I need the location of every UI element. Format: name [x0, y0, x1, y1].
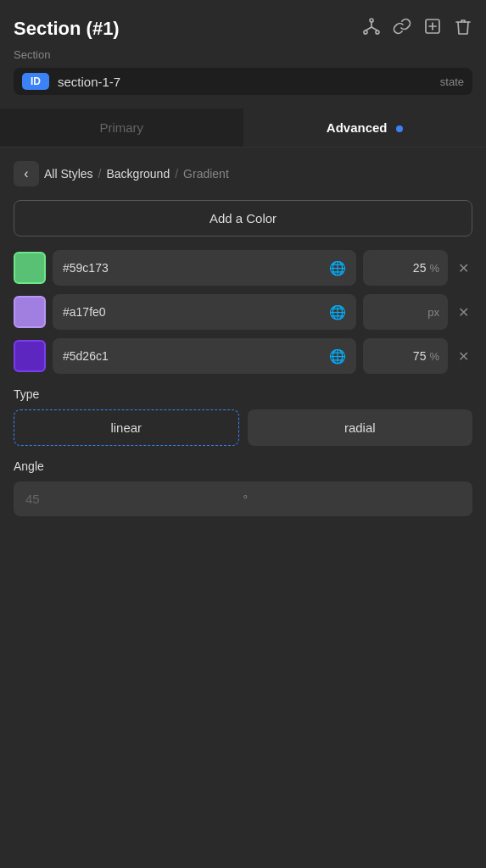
color-row-2: #a17fe0 🌐 px ✕ — [14, 294, 472, 330]
id-row: ID section-1-7 state — [14, 68, 472, 95]
main-content: ‹ All Styles / Background / Gradient Add… — [0, 147, 486, 530]
link-icon[interactable] — [393, 17, 411, 40]
color-hex-value-1: #59c173 — [63, 261, 322, 275]
globe-icon-3[interactable]: 🌐 — [329, 348, 346, 364]
tab-primary[interactable]: Primary — [0, 108, 243, 147]
svg-line-4 — [366, 27, 371, 31]
color-row-1: #59c173 🌐 25 % ✕ — [14, 250, 472, 286]
delete-icon[interactable] — [454, 17, 472, 40]
angle-label: Angle — [14, 459, 472, 473]
color-unit-2: px — [427, 306, 439, 319]
color-value-box-1[interactable]: 25 % — [363, 250, 448, 286]
color-swatch-1[interactable] — [14, 252, 46, 284]
angle-placeholder: 45 — [25, 492, 243, 506]
header-actions — [362, 17, 472, 40]
color-hex-value-3: #5d26c1 — [63, 349, 322, 363]
add-frame-icon[interactable] — [423, 17, 442, 40]
color-value-box-2[interactable]: px — [363, 294, 448, 330]
page-title: Section (#1) — [14, 18, 120, 40]
color-hex-box-1[interactable]: #59c173 🌐 — [53, 250, 356, 286]
color-value-box-3[interactable]: 75 % — [363, 338, 448, 374]
angle-unit: ° — [243, 492, 461, 506]
angle-input-box[interactable]: 45 ° — [14, 481, 472, 516]
color-swatch-3[interactable] — [14, 340, 46, 372]
breadcrumb-gradient: Gradient — [183, 167, 229, 181]
color-swatch-2[interactable] — [14, 296, 46, 328]
type-options: linear radial — [14, 409, 472, 446]
tab-active-indicator — [396, 125, 403, 132]
color-position-1: 25 — [371, 261, 426, 275]
remove-color-2[interactable]: ✕ — [455, 301, 472, 324]
tab-bar: Primary Advanced — [0, 108, 486, 147]
color-unit-3: % — [429, 350, 439, 363]
breadcrumb-background[interactable]: Background — [106, 167, 170, 181]
id-value[interactable]: section-1-7 — [58, 75, 432, 89]
type-radial-button[interactable]: radial — [248, 409, 473, 446]
color-row-3: #5d26c1 🌐 75 % ✕ — [14, 338, 472, 374]
header: Section (#1) — [0, 0, 486, 47]
globe-icon-2[interactable]: 🌐 — [329, 304, 346, 320]
type-linear-button[interactable]: linear — [14, 409, 239, 446]
add-color-button[interactable]: Add a Color — [14, 200, 472, 236]
type-label: Type — [14, 387, 472, 401]
hierarchy-icon[interactable] — [362, 17, 381, 40]
breadcrumb: ‹ All Styles / Background / Gradient — [14, 161, 472, 186]
globe-icon-1[interactable]: 🌐 — [329, 260, 346, 276]
remove-color-3[interactable]: ✕ — [455, 345, 472, 368]
svg-line-5 — [371, 27, 377, 31]
back-button[interactable]: ‹ — [14, 161, 39, 186]
id-badge: ID — [22, 73, 49, 90]
color-hex-box-2[interactable]: #a17fe0 🌐 — [53, 294, 356, 330]
section-type-label: Section — [0, 47, 486, 68]
remove-color-1[interactable]: ✕ — [455, 257, 472, 280]
color-position-3: 75 — [371, 349, 426, 363]
color-hex-value-2: #a17fe0 — [63, 305, 322, 319]
color-hex-box-3[interactable]: #5d26c1 🌐 — [53, 338, 356, 374]
breadcrumb-allstyles[interactable]: All Styles — [44, 167, 93, 181]
tab-advanced[interactable]: Advanced — [243, 108, 487, 147]
color-unit-1: % — [429, 262, 439, 275]
state-button[interactable]: state — [440, 75, 464, 88]
